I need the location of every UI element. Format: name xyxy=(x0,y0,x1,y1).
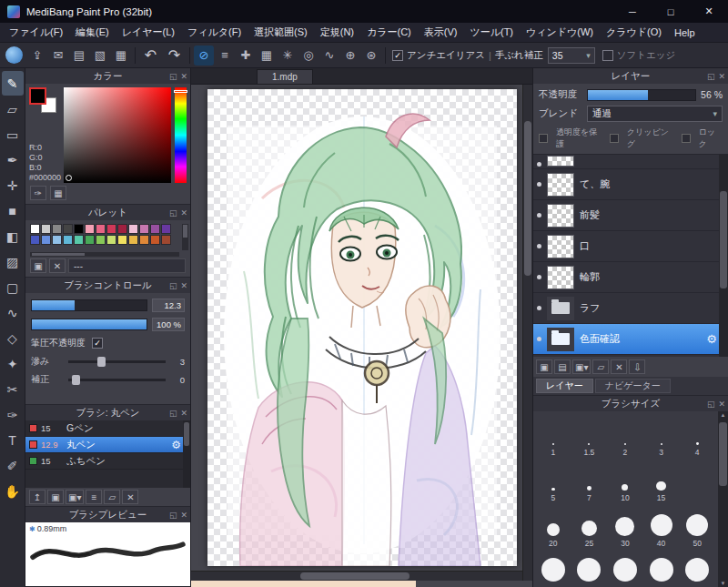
softedge-checkbox[interactable] xyxy=(602,50,613,61)
slider-knob[interactable] xyxy=(72,375,80,385)
palette-swatch[interactable] xyxy=(63,235,73,245)
blend-mode-dropdown[interactable]: 通過 ▾ xyxy=(587,106,723,122)
scrollbar-handle[interactable] xyxy=(300,572,410,580)
brush-list-scrollbar[interactable] xyxy=(183,420,190,488)
foreground-color-swatch[interactable] xyxy=(29,87,46,105)
eraser-tool-icon[interactable]: ▱ xyxy=(2,96,24,121)
close-icon[interactable]: ✕ xyxy=(180,511,187,520)
palette-swatch[interactable] xyxy=(63,224,73,234)
polygon-tool-icon[interactable]: ◇ xyxy=(2,326,24,350)
tab-layer[interactable]: レイヤー xyxy=(536,379,593,393)
palette-hscrollbar[interactable] xyxy=(30,252,179,257)
palette-swatch[interactable] xyxy=(74,224,84,234)
visibility-icon[interactable] xyxy=(537,182,541,187)
popout-icon[interactable]: ◱ xyxy=(169,208,177,218)
palette-swatch[interactable] xyxy=(85,235,95,245)
hand-tool-icon[interactable]: ✋ xyxy=(2,479,24,503)
visibility-icon[interactable] xyxy=(537,244,541,248)
palette-swatch[interactable] xyxy=(85,224,95,234)
palette-swatch[interactable] xyxy=(30,224,40,234)
canvas-viewport[interactable] xyxy=(191,85,532,587)
brush-size-option[interactable]: 20 xyxy=(535,505,571,551)
brush-size-option[interactable]: 50 xyxy=(679,505,715,551)
protect-alpha-checkbox[interactable] xyxy=(539,134,548,143)
saturation-value-picker[interactable] xyxy=(64,87,171,183)
close-icon[interactable]: ✕ xyxy=(718,72,725,81)
brush-size-option[interactable]: 15 xyxy=(643,460,680,505)
palette-swatch[interactable] xyxy=(96,235,106,245)
brush-item-selected[interactable]: 12.9 丸ペン ⚙ xyxy=(25,437,190,453)
layer-menu-icon[interactable]: ▣▾ xyxy=(572,359,591,374)
add-folder-icon[interactable]: ▱ xyxy=(592,359,609,374)
palette-swatch[interactable] xyxy=(106,224,116,234)
scrollbar-handle[interactable] xyxy=(32,253,85,256)
scroll-down-icon[interactable]: ▼ xyxy=(721,581,726,586)
stabilizer-dropdown[interactable]: 35 ▾ xyxy=(548,47,595,64)
brush-size-option[interactable]: 3 xyxy=(643,414,680,460)
add-color-icon[interactable]: ▣ xyxy=(30,258,46,273)
scrollbar-handle[interactable] xyxy=(720,191,727,288)
popout-icon[interactable]: ◱ xyxy=(169,281,177,290)
add-brush-menu-icon[interactable]: ▣▾ xyxy=(66,490,84,504)
close-button[interactable]: ✕ xyxy=(690,0,728,23)
layer-opacity-slider[interactable] xyxy=(587,89,696,101)
lasso-tool-icon[interactable]: ∿ xyxy=(2,300,24,325)
palette-swatch[interactable] xyxy=(96,224,106,234)
pen-tool-icon[interactable]: ✐ xyxy=(2,453,24,478)
slider-knob[interactable] xyxy=(97,357,106,367)
eyedropper-tool-icon[interactable]: ✑ xyxy=(2,402,24,427)
brush-size-slider[interactable] xyxy=(31,299,147,311)
layer-row-partial[interactable] xyxy=(533,155,728,169)
bucket-tool-icon[interactable]: ◧ xyxy=(2,224,24,248)
layer-row[interactable]: 前髪 xyxy=(533,200,728,231)
document-tab[interactable]: 1.mdp xyxy=(257,69,313,84)
brush-size-option[interactable]: 25 xyxy=(571,505,608,551)
layer-row[interactable]: 口 xyxy=(533,231,728,262)
palette-swatch[interactable] xyxy=(41,224,51,234)
palette-swatch[interactable] xyxy=(117,235,127,245)
palette-swatch[interactable] xyxy=(41,235,51,245)
brush-folder-icon[interactable]: ▱ xyxy=(104,490,120,504)
popout-icon[interactable]: ◱ xyxy=(169,72,177,81)
palette-swatch[interactable] xyxy=(106,235,116,245)
menu-item-cloud[interactable]: クラウド(O) xyxy=(600,25,668,39)
clipping-checkbox[interactable] xyxy=(610,134,619,143)
brush-size-option[interactable]: 5 xyxy=(535,460,571,505)
grid-icon[interactable]: ▦ xyxy=(111,46,131,66)
popout-icon[interactable]: ◱ xyxy=(707,72,715,81)
brush-size-option[interactable]: 40 xyxy=(643,505,680,551)
menu-item-help[interactable]: Help xyxy=(668,27,702,38)
brush-size-option[interactable] xyxy=(535,551,571,587)
brush-item[interactable]: 15 ふちペン xyxy=(25,453,190,470)
scrollbar-handle[interactable] xyxy=(719,422,727,486)
palette-swatch[interactable] xyxy=(30,235,40,245)
add-layer-icon[interactable]: ▣ xyxy=(536,359,552,374)
redo-icon[interactable]: ↷ xyxy=(163,46,186,66)
popout-icon[interactable]: ◱ xyxy=(169,511,177,520)
menu-item-tool[interactable]: ツール(T) xyxy=(463,25,520,39)
menu-item-filter[interactable]: フィルタ(F) xyxy=(181,25,248,39)
palette-swatch[interactable] xyxy=(150,235,160,245)
brush-size-value[interactable]: 12.3 xyxy=(152,299,185,312)
antialias-checkbox[interactable]: ✓ xyxy=(392,50,403,61)
bleed-slider[interactable] xyxy=(68,360,166,363)
scrollbar-handle[interactable] xyxy=(183,225,187,238)
brush-size-option[interactable] xyxy=(679,551,715,587)
palette-swatch[interactable] xyxy=(117,224,127,234)
menu-item-layer[interactable]: レイヤー(L) xyxy=(116,25,181,39)
current-tool-indicator[interactable] xyxy=(5,46,23,64)
pages-icon[interactable]: ▧ xyxy=(90,46,110,66)
canvas-horizontal-scrollbar[interactable] xyxy=(191,571,522,581)
snap-grid-icon[interactable]: ▦ xyxy=(257,46,277,66)
visibility-icon[interactable] xyxy=(537,162,541,167)
palette-swatch[interactable] xyxy=(150,224,160,234)
marquee-tool-icon[interactable]: ▭ xyxy=(2,122,24,147)
menu-item-color[interactable]: カラー(C) xyxy=(360,25,418,39)
popout-icon[interactable]: ◱ xyxy=(169,409,177,418)
close-icon[interactable]: ✕ xyxy=(180,281,187,290)
swatches-icon[interactable]: ▦ xyxy=(50,186,66,200)
layer-folder-row[interactable]: ラフ xyxy=(533,293,728,324)
correction-slider[interactable] xyxy=(68,379,166,381)
brush-size-option[interactable]: 1.5 xyxy=(571,414,608,460)
layer-row[interactable]: 輪郭 xyxy=(533,262,728,293)
